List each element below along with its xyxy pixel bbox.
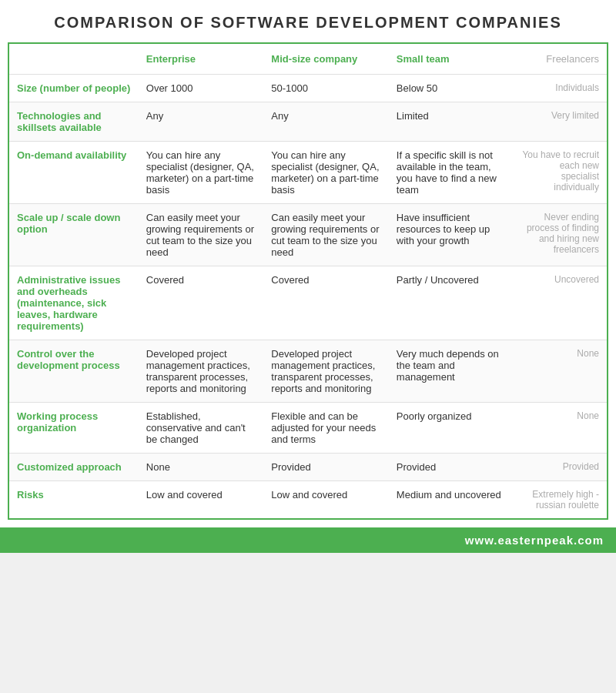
row-smallteam: Provided xyxy=(389,454,514,481)
col-header-midsize: Mid-size company xyxy=(263,44,389,75)
row-smallteam: Below 50 xyxy=(389,75,514,102)
row-midsize: Can easily meet your growing requirement… xyxy=(263,204,389,266)
row-smallteam: If a specific skill is not available in … xyxy=(389,142,514,204)
row-freelancers: Never ending process of finding and hiri… xyxy=(514,204,607,266)
row-smallteam: Limited xyxy=(389,102,514,142)
footer-url: www.easternpeak.com xyxy=(465,534,604,547)
row-smallteam: Partly / Uncovered xyxy=(389,266,514,340)
table-row: Customized approachNoneProvidedProvidedP… xyxy=(9,454,607,481)
table-row: On-demand availabilityYou can hire any s… xyxy=(9,142,607,204)
row-label: Size (number of people) xyxy=(9,75,139,102)
row-midsize: You can hire any specialist (designer, Q… xyxy=(263,142,389,204)
row-enterprise: Established, conservative and can't be c… xyxy=(139,403,264,454)
table-row: Working process organizationEstablished,… xyxy=(9,403,607,454)
row-label: Administrative issues and overheads (mai… xyxy=(9,266,139,340)
row-freelancers: None xyxy=(514,403,607,454)
col-header-label xyxy=(9,44,139,75)
row-freelancers: Very limited xyxy=(514,102,607,142)
row-enterprise: Over 1000 xyxy=(139,75,264,102)
page: COMPARISON OF SOFTWARE DEVELOPMENT COMPA… xyxy=(0,0,616,553)
footer: www.easternpeak.com xyxy=(0,527,616,553)
row-label: Control over the development process xyxy=(9,340,139,403)
table-row: RisksLow and coveredLow and coveredMediu… xyxy=(9,481,607,519)
row-midsize: Covered xyxy=(263,266,389,340)
row-smallteam: Have insufficient resources to keep up w… xyxy=(389,204,514,266)
page-title: COMPARISON OF SOFTWARE DEVELOPMENT COMPA… xyxy=(0,0,616,42)
row-midsize: Developed project management practices, … xyxy=(263,340,389,403)
row-enterprise: Low and covered xyxy=(139,481,264,519)
row-midsize: Any xyxy=(263,102,389,142)
row-enterprise: None xyxy=(139,454,264,481)
row-enterprise: Developed project management practices, … xyxy=(139,340,264,403)
row-midsize: Provided xyxy=(263,454,389,481)
row-freelancers: Individuals xyxy=(514,75,607,102)
row-freelancers: Uncovered xyxy=(514,266,607,340)
comparison-table-wrapper: Enterprise Mid-size company Small team F… xyxy=(8,42,608,520)
table-row: Scale up / scale down optionCan easily m… xyxy=(9,204,607,266)
row-midsize: 50-1000 xyxy=(263,75,389,102)
col-header-enterprise: Enterprise xyxy=(139,44,264,75)
table-body: Size (number of people)Over 100050-1000B… xyxy=(9,75,607,519)
table-header-row: Enterprise Mid-size company Small team F… xyxy=(9,44,607,75)
row-freelancers: You have to recruit each new specialist … xyxy=(514,142,607,204)
table-row: Control over the development processDeve… xyxy=(9,340,607,403)
row-label: Technologies and skillsets available xyxy=(9,102,139,142)
row-enterprise: You can hire any specialist (designer, Q… xyxy=(139,142,264,204)
row-smallteam: Medium and uncovered xyxy=(389,481,514,519)
row-freelancers: Extremely high - russian roulette xyxy=(514,481,607,519)
row-label: Working process organization xyxy=(9,403,139,454)
row-enterprise: Covered xyxy=(139,266,264,340)
col-header-smallteam: Small team xyxy=(389,44,514,75)
table-row: Size (number of people)Over 100050-1000B… xyxy=(9,75,607,102)
row-label: On-demand availability xyxy=(9,142,139,204)
row-freelancers: Provided xyxy=(514,454,607,481)
row-label: Scale up / scale down option xyxy=(9,204,139,266)
row-enterprise: Any xyxy=(139,102,264,142)
row-midsize: Flexible and can be adjusted for your ne… xyxy=(263,403,389,454)
row-smallteam: Poorly organized xyxy=(389,403,514,454)
col-header-freelancers: Freelancers xyxy=(514,44,607,75)
row-enterprise: Can easily meet your growing requirement… xyxy=(139,204,264,266)
comparison-table: Enterprise Mid-size company Small team F… xyxy=(9,44,607,518)
table-row: Administrative issues and overheads (mai… xyxy=(9,266,607,340)
row-smallteam: Very much depends on the team and manage… xyxy=(389,340,514,403)
table-row: Technologies and skillsets availableAnyA… xyxy=(9,102,607,142)
row-freelancers: None xyxy=(514,340,607,403)
row-midsize: Low and covered xyxy=(263,481,389,519)
row-label: Customized approach xyxy=(9,454,139,481)
row-label: Risks xyxy=(9,481,139,519)
